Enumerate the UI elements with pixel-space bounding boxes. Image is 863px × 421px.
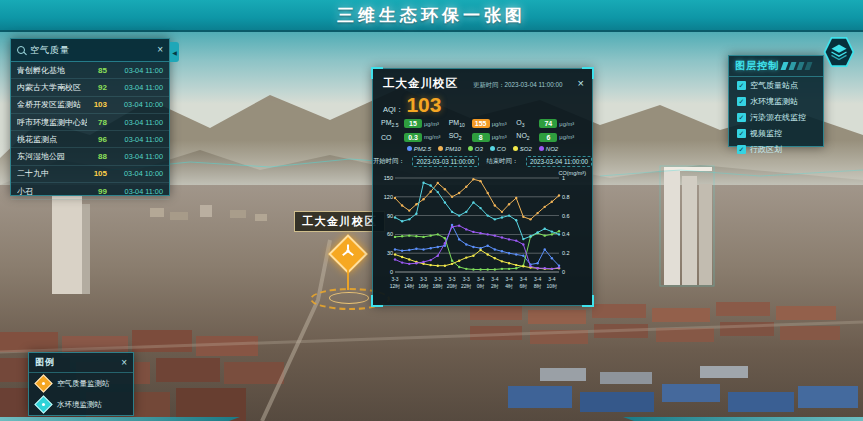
pollutant-value-badge: 15	[404, 119, 422, 128]
chart-legend-item[interactable]: PM10	[438, 146, 461, 152]
legend-item: 水环境监测站	[29, 394, 133, 415]
popup-corner-decoration	[582, 67, 594, 79]
station-row[interactable]: 呼市环境监测中心站7803-04 11:00	[11, 114, 169, 131]
popup-header: 工大金川校区 更新时间：2023-03-04 11:00:00 ×	[373, 69, 592, 93]
pollutant-name: O3	[516, 119, 537, 128]
svg-text:0: 0	[390, 269, 393, 275]
layer-toggle-row[interactable]: ✓行政区划	[729, 141, 823, 157]
legend-series-name: SO2	[520, 146, 532, 152]
station-update-time: 03-04 10:00	[111, 169, 163, 178]
svg-text:3-3: 3-3	[406, 276, 413, 282]
layer-toggle-row[interactable]: ✓水环境监测站	[729, 93, 823, 109]
hex-inner	[825, 38, 853, 66]
station-panel-header: 空气质量 ×	[11, 39, 169, 62]
station-row[interactable]: 桃花监测点9603-04 11:00	[11, 131, 169, 148]
checkbox-checked-icon[interactable]: ✓	[737, 113, 746, 122]
pollutant-unit: μg/m³	[559, 121, 574, 127]
svg-text:20时: 20时	[447, 283, 458, 289]
station-row[interactable]: 内蒙古大学南校区9203-04 11:00	[11, 79, 169, 96]
chart-legend-item[interactable]: O3	[468, 146, 483, 152]
svg-text:0.6: 0.6	[562, 212, 570, 218]
end-time-input[interactable]: 2023-03-04 11:00:00	[526, 156, 592, 167]
station-row[interactable]: 金桥开发区监测站10303-04 10:00	[11, 97, 169, 114]
station-row[interactable]: 二十九中10503-04 10:00	[11, 166, 169, 183]
panel-collapse-tab[interactable]: ◀	[170, 42, 179, 62]
header-stripe-decoration	[805, 62, 813, 70]
pollutant-unit: μg/m³	[492, 134, 507, 140]
legend-dot-icon	[513, 146, 518, 151]
svg-text:3-3: 3-3	[448, 276, 455, 282]
svg-text:3-4: 3-4	[520, 276, 527, 282]
header-stripe-decoration	[797, 62, 805, 70]
chart-legend-item[interactable]: SO2	[513, 146, 532, 152]
legend-series-name: PM2.5	[414, 146, 431, 152]
pollutant-trend-chart: 00300.2600.4900.61200.81501CO(mg/m³)3-31…	[377, 168, 587, 298]
station-row[interactable]: 东河湿地公园8803-04 11:00	[11, 148, 169, 165]
pollutant-grid: PM2.515μg/m³PM10155μg/m³O374μg/m³CO0.3mg…	[373, 117, 592, 142]
marker-pulse-ring-inner	[329, 292, 369, 304]
pollutant-name: SO2	[449, 132, 470, 141]
station-aqi-value: 78	[87, 118, 107, 127]
chart-legend-item[interactable]: CO	[490, 146, 506, 152]
legend-item-label: 空气质量监测站	[57, 379, 110, 389]
station-aqi-value: 85	[87, 66, 107, 75]
station-list: 青创孵化基地8503-04 11:00内蒙古大学南校区9203-04 11:00…	[11, 62, 169, 200]
start-time-input[interactable]: 2023-03-03 11:00:00	[412, 156, 478, 167]
pollutant-unit: μg/m³	[559, 134, 574, 140]
layer-label: 污染源在线监控	[750, 112, 806, 123]
svg-text:22时: 22时	[461, 283, 472, 289]
station-name: 呼市环境监测中心站	[17, 117, 87, 128]
svg-text:14时: 14时	[404, 283, 415, 289]
aqi-value: 103	[406, 93, 441, 117]
wind-station-icon	[339, 242, 357, 260]
svg-text:16时: 16时	[418, 283, 429, 289]
pollutant-reading: O374μg/m³	[516, 119, 584, 128]
layers-icon	[829, 42, 849, 62]
legend-close-icon[interactable]: ×	[121, 358, 127, 368]
popup-corner-decoration	[582, 295, 594, 307]
legend-list: 空气质量监测站水环境监测站	[29, 373, 133, 415]
pollutant-unit: mg/m³	[424, 134, 440, 140]
checkbox-checked-icon[interactable]: ✓	[737, 129, 746, 138]
start-time-label: 开始时间：	[373, 157, 404, 166]
layer-toggle-row[interactable]: ✓视频监控	[729, 125, 823, 141]
pollutant-value-badge: 74	[539, 119, 557, 128]
legend-series-name: NO2	[546, 146, 558, 152]
search-icon[interactable]	[17, 46, 25, 54]
layer-list: ✓空气质量站点✓水环境监测站✓污染源在线监控✓视频监控✓行政区划	[729, 77, 823, 157]
station-panel-close-icon[interactable]: ×	[157, 45, 163, 55]
checkbox-checked-icon[interactable]: ✓	[737, 145, 746, 154]
station-name: 东河湿地公园	[17, 151, 87, 162]
station-row[interactable]: 青创孵化基地8503-04 11:00	[11, 62, 169, 79]
svg-text:8时: 8时	[534, 283, 542, 289]
layer-label: 空气质量站点	[750, 80, 798, 91]
svg-text:10时: 10时	[547, 283, 558, 289]
layer-control-panel: 图层控制 ✓空气质量站点✓水环境监测站✓污染源在线监控✓视频监控✓行政区划	[728, 55, 824, 147]
pollutant-name: PM10	[449, 119, 470, 128]
station-name: 青创孵化基地	[17, 65, 87, 76]
station-name: 桃花监测点	[17, 134, 87, 145]
svg-text:0.4: 0.4	[562, 231, 570, 237]
layer-toggle-row[interactable]: ✓污染源在线监控	[729, 109, 823, 125]
checkbox-checked-icon[interactable]: ✓	[737, 97, 746, 106]
top-banner: 三维生态环保一张图	[0, 0, 863, 32]
chart-legend-item[interactable]: NO2	[539, 146, 558, 152]
layer-toggle-row[interactable]: ✓空气质量站点	[729, 77, 823, 93]
water-station-legend-icon	[34, 395, 52, 413]
svg-text:2时: 2时	[491, 283, 499, 289]
station-aqi-value: 88	[87, 152, 107, 161]
station-update-time: 03-04 11:00	[111, 187, 163, 196]
svg-text:120: 120	[384, 194, 393, 200]
popup-close-icon[interactable]: ×	[578, 78, 584, 89]
header-stripe-decoration	[789, 62, 797, 70]
checkbox-checked-icon[interactable]: ✓	[737, 81, 746, 90]
svg-text:12时: 12时	[390, 283, 401, 289]
station-row[interactable]: 小召9903-04 11:00	[11, 183, 169, 200]
series-line-SO2	[395, 250, 559, 269]
chart-container: 00300.2600.4900.61200.81501CO(mg/m³)3-31…	[373, 168, 592, 302]
station-aqi-value: 92	[87, 83, 107, 92]
marker-stem	[347, 270, 349, 290]
chart-legend-item[interactable]: PM2.5	[407, 146, 431, 152]
svg-text:4时: 4时	[505, 283, 513, 289]
aqi-label: AQI：	[383, 105, 403, 115]
